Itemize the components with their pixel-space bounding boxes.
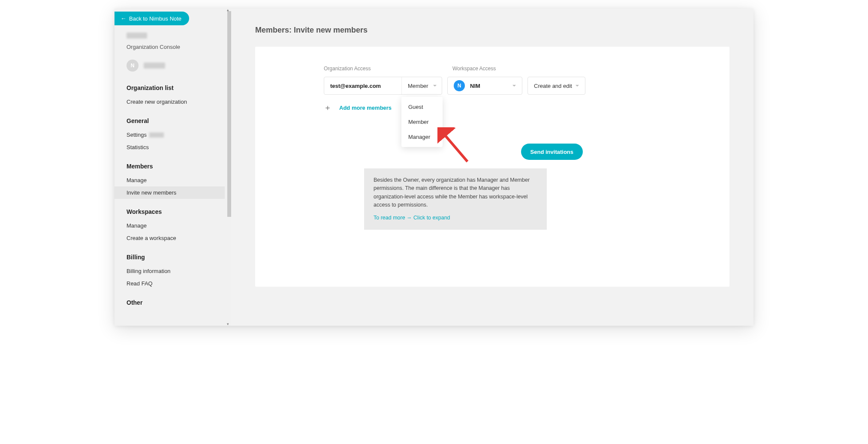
section-title-general: General bbox=[127, 117, 231, 124]
main-area: Members: Invite new members Organization… bbox=[231, 9, 753, 326]
sidebar-content: Organization Console N Organization list… bbox=[115, 9, 231, 306]
section-title-members: Members bbox=[127, 163, 231, 170]
section-title-workspaces: Workspaces bbox=[127, 208, 231, 215]
section-title-other: Other bbox=[127, 299, 231, 306]
chevron-down-icon bbox=[433, 85, 437, 87]
send-row: Send invitations bbox=[324, 144, 583, 160]
redacted-settings-badge bbox=[149, 132, 164, 138]
invite-card: Organization Access Workspace Access tes… bbox=[255, 47, 729, 287]
org-console-label: Organization Console bbox=[127, 44, 231, 50]
avatar: N bbox=[127, 60, 139, 72]
redacted-org-name bbox=[127, 33, 147, 39]
role-dropdown: Guest Member Manager bbox=[401, 97, 443, 147]
scroll-down-icon[interactable]: ▾ bbox=[225, 321, 231, 326]
nav-billing-info[interactable]: Billing information bbox=[127, 265, 231, 277]
role-selected-label: Member bbox=[408, 83, 428, 89]
back-to-nimbus-button[interactable]: ← Back to Nimbus Note bbox=[115, 12, 189, 25]
chevron-down-icon bbox=[512, 85, 516, 87]
info-text: Besides the Owner, every organization ha… bbox=[374, 176, 537, 210]
nav-invite-members[interactable]: Invite new members bbox=[115, 186, 231, 199]
section-title-billing: Billing bbox=[127, 254, 231, 261]
nav-settings-label: Settings bbox=[127, 132, 147, 138]
email-input[interactable]: test@example.com bbox=[324, 77, 401, 94]
scrollbar-thumb[interactable] bbox=[227, 11, 231, 217]
section-members: Members Manage Invite new members bbox=[127, 163, 231, 199]
app-frame: ← Back to Nimbus Note Organization Conso… bbox=[115, 9, 753, 326]
form-input-row: test@example.com Member Guest Member Man… bbox=[324, 77, 704, 95]
nav-ws-manage[interactable]: Manage bbox=[127, 219, 231, 232]
send-invitations-button[interactable]: Send invitations bbox=[521, 144, 583, 160]
chevron-down-icon bbox=[576, 85, 579, 87]
nav-statistics[interactable]: Statistics bbox=[127, 141, 231, 153]
page-title: Members: Invite new members bbox=[255, 26, 729, 35]
section-other: Other bbox=[127, 299, 231, 306]
permission-select[interactable]: Create and edit bbox=[527, 77, 585, 95]
section-workspaces: Workspaces Manage Create a workspace bbox=[127, 208, 231, 244]
org-block: Organization Console bbox=[127, 33, 231, 50]
workspace-select[interactable]: N NIM bbox=[447, 77, 522, 95]
nav-billing-faq[interactable]: Read FAQ bbox=[127, 277, 231, 290]
back-label: Back to Nimbus Note bbox=[129, 15, 181, 22]
plus-icon: ＋ bbox=[324, 102, 332, 113]
user-block[interactable]: N bbox=[127, 60, 231, 72]
permission-selected-label: Create and edit bbox=[534, 83, 572, 89]
form-header-row: Organization Access Workspace Access bbox=[324, 66, 704, 77]
nav-ws-create[interactable]: Create a workspace bbox=[127, 232, 231, 244]
nav-members-manage[interactable]: Manage bbox=[127, 174, 231, 186]
workspace-badge: N bbox=[454, 80, 465, 91]
sidebar-scrollbar[interactable]: ▴ ▾ bbox=[225, 11, 231, 323]
role-option-manager[interactable]: Manager bbox=[401, 129, 443, 144]
section-billing: Billing Billing information Read FAQ bbox=[127, 254, 231, 290]
sidebar: ← Back to Nimbus Note Organization Conso… bbox=[115, 9, 231, 326]
section-org-list: Organization list Create new organizatio… bbox=[127, 84, 231, 108]
nav-settings[interactable]: Settings bbox=[127, 129, 231, 141]
section-general: General Settings Statistics bbox=[127, 117, 231, 153]
nav-create-org[interactable]: Create new organization bbox=[127, 96, 231, 108]
section-title-org-list: Organization list bbox=[127, 84, 231, 91]
org-access-field: test@example.com Member Guest Member Man… bbox=[324, 77, 442, 95]
org-access-label: Organization Access bbox=[324, 66, 447, 72]
add-more-label: Add more members bbox=[339, 105, 392, 111]
info-expand-link[interactable]: To read more → Click to expand bbox=[374, 214, 450, 222]
ws-access-label: Workspace Access bbox=[452, 66, 496, 72]
redacted-user-name bbox=[144, 63, 165, 69]
workspace-name: NIM bbox=[470, 83, 480, 89]
role-option-member[interactable]: Member bbox=[401, 114, 443, 129]
add-more-members-button[interactable]: ＋ Add more members bbox=[324, 102, 704, 113]
info-box: Besides the Owner, every organization ha… bbox=[364, 168, 547, 230]
arrow-left-icon: ← bbox=[121, 15, 127, 22]
role-option-guest[interactable]: Guest bbox=[401, 99, 443, 114]
role-select[interactable]: Member bbox=[401, 77, 442, 94]
